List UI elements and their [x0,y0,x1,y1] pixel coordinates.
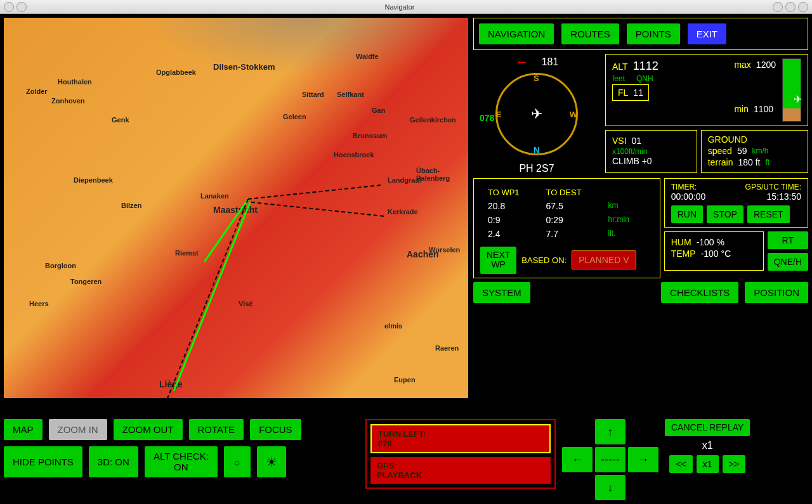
compass-panel: ← 181 ✈ S N E W 078 PH 2S7 [473,54,600,174]
sun-icon: ☼ [233,456,242,467]
vsi-value: 01 [632,136,642,146]
city-label: Maastricht [213,205,258,215]
qneh-button[interactable]: QNE/H [768,253,808,271]
pan-arrows: ↑ ← ----- → ↓ [562,419,658,500]
checklists-button[interactable]: CHECKLISTS [661,282,738,303]
city-label: Gan [372,107,385,114]
heading-value: 181 [542,56,559,68]
track-value: 078 [480,113,494,123]
window-button-icon[interactable] [798,2,808,12]
sun-icon: ☀ [266,455,277,469]
city-label: Wurselen [429,246,460,254]
focus-button[interactable]: FOCUS [250,419,301,440]
waypoint-panel: TO WP1TO DEST 20.867.5km 0:90:29hr:min 2… [473,178,660,278]
pan-up-button[interactable]: ↑ [595,419,625,444]
timer-value: 00:00:00 [671,191,706,202]
pan-right-button[interactable]: → [628,447,658,472]
rt-button[interactable]: RT [768,231,808,249]
replay-speed-label: x1 [702,440,713,451]
hide-points-button[interactable]: HIDE POINTS [4,446,82,477]
position-button[interactable]: POSITION [745,282,808,303]
ground-speed: 59 [737,146,747,156]
cancel-replay-button[interactable]: CANCEL REPLAY [665,419,750,436]
city-label: Opglabbeek [156,68,196,76]
gps-time-value: 15:13:50 [767,191,802,202]
map-view[interactable]: Maastricht Liège Aachen Sittard Dilsen-S… [4,18,468,398]
city-label: Sittard [302,91,324,98]
city-label: Zonhoven [51,97,85,105]
pan-down-button[interactable]: ↓ [595,475,625,500]
map-controls: MAP ZOOM IN ZOOM OUT ROTATE FOCUS HIDE P… [4,419,359,477]
city-label: Waldfe [356,53,379,60]
replay-controls: CANCEL REPLAY x1 << x1 >> [665,419,750,473]
city-label: Raeren [435,344,459,352]
terrain-alt: 180 ft [738,157,760,167]
vsi-panel: VSI 01 x100ft/min CLIMB +0 [605,130,697,173]
callsign: PH 2S7 [519,163,554,174]
route-segment [251,202,384,217]
city-label: Geilenkirchen [410,116,456,124]
timer-panel: TIMER:GPS/UTC TIME: 00:00:0015:13:50 RUN… [664,178,808,228]
altitude-value: 1112 [633,60,658,73]
city-label: Borgloon [45,262,76,269]
city-label: Heers [29,300,49,307]
city-label: Dilsen-Stokkem [213,62,275,72]
titlebar: Navigator [0,0,812,14]
zoom-out-button[interactable]: ZOOM OUT [114,419,183,440]
routes-button[interactable]: ROUTES [561,23,619,44]
points-button[interactable]: POINTS [627,23,680,44]
minimize-window-icon[interactable] [16,2,27,12]
ground-panel: GROUND speed59km/h terrain180 ftft [701,130,808,173]
altitude-panel: ALT 1112 feet QNH FL 11 max 1200 min 110… [605,54,808,126]
navigation-button[interactable]: NAVIGATION [479,23,554,44]
city-label: Houthalen [58,78,92,86]
aircraft-icon: ✈ [794,93,802,105]
city-label: Eupen [394,376,416,384]
pan-center-button[interactable]: ----- [595,447,625,472]
window-button-icon[interactable] [785,2,796,12]
top-nav: NAVIGATION ROUTES POINTS EXIT [473,18,808,50]
rewind-button[interactable]: << [669,455,692,473]
city-label: Bilzen [121,202,141,209]
turn-left-arrow-icon: ← [515,54,529,70]
alt-check-button[interactable]: ALT CHECK: ON [145,446,218,477]
planned-v-button[interactable]: PLANNED V [572,250,636,269]
exit-button[interactable]: EXIT [688,23,726,44]
city-label: Brunssum [353,132,387,139]
city-label: Selfkant [337,91,364,98]
forward-button[interactable]: >> [723,455,745,473]
city-label: Visé [239,300,252,307]
run-button[interactable]: RUN [671,205,703,223]
route-segment [248,184,381,200]
pan-left-button[interactable]: ← [562,447,593,472]
3d-toggle-button[interactable]: 3D: ON [89,446,138,477]
turn-alert: TURN LEFT: 078 [370,424,551,453]
map-button[interactable]: MAP [4,419,43,440]
city-label: Diepenbeek [74,176,113,184]
aircraft-icon: ✈ [531,106,542,122]
system-button[interactable]: SYSTEM [473,282,530,303]
route-segment [167,199,249,398]
reset-button[interactable]: RESET [747,205,790,223]
stop-button[interactable]: STOP [707,205,743,223]
altitude-tape: ✈ [782,58,801,122]
zoom-in-button[interactable]: ZOOM IN [49,419,107,440]
city-label: Geleen [283,113,306,120]
close-window-icon[interactable] [4,2,14,12]
city-label: Zolder [26,87,48,95]
window-button-icon[interactable] [773,2,783,12]
flight-level-box: FL 11 [612,84,649,101]
compass-rose: ✈ S N E W 078 [495,73,578,155]
brightness-down-button[interactable]: ☼ [224,446,251,477]
alert-panel: TURN LEFT: 078 GPS: PLAYBACK [365,419,556,489]
city-label: Riemst [175,249,199,257]
city-label: Tongeren [70,278,102,285]
gps-alert: GPS: PLAYBACK [370,457,551,484]
rotate-button[interactable]: ROTATE [189,419,244,440]
route-segment [173,202,251,391]
next-wp-button[interactable]: NEXT WP [480,247,516,274]
brightness-up-button[interactable]: ☀ [257,446,286,477]
window-title: Navigator [28,3,771,11]
play-speed-button[interactable]: x1 [697,455,719,473]
city-label: Übach-Palenberg [416,167,468,182]
